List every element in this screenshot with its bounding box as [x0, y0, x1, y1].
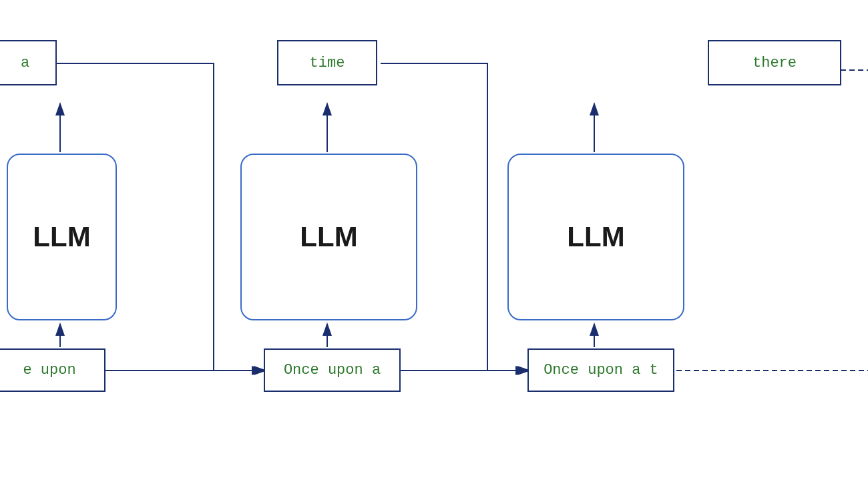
llm-box-1: LLM — [7, 154, 117, 320]
token-box-time: time — [277, 40, 377, 85]
token-box-e-upon: e upon — [0, 348, 105, 392]
diagram-canvas: LLM a e upon LLM time Once upon a LLM th… — [0, 0, 868, 488]
token-box-a: a — [0, 40, 57, 85]
llm-box-3: LLM — [507, 154, 684, 320]
token-box-once-upon-a-t: Once upon a t — [527, 348, 674, 392]
llm-box-2: LLM — [240, 154, 417, 320]
token-box-once-upon-a: Once upon a — [264, 348, 401, 392]
token-box-there: there — [708, 40, 841, 85]
